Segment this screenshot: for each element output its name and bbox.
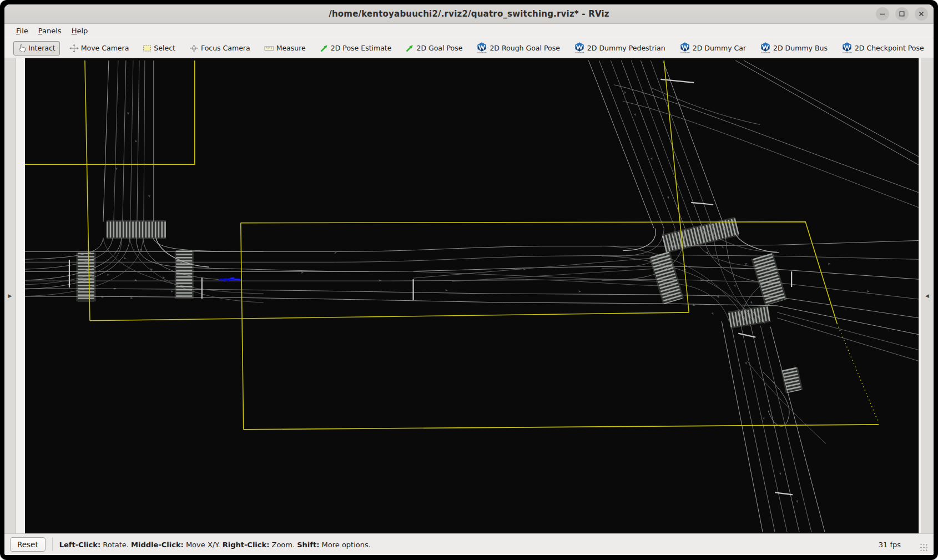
- hand-icon: [18, 44, 26, 53]
- toolbar: InteractMove CameraSelectFocus CameraMea…: [4, 38, 934, 58]
- titlebar[interactable]: /home/kentoyabuuchi2/.rviz2/quatro_switc…: [4, 4, 934, 24]
- rviz-window: /home/kentoyabuuchi2/.rviz2/quatro_switc…: [0, 0, 938, 560]
- expand-left-icon[interactable]: ◀: [921, 294, 934, 299]
- tool-move-camera[interactable]: Move Camera: [65, 41, 134, 56]
- close-icon: [919, 11, 924, 17]
- tool-measure[interactable]: Measure: [260, 41, 310, 55]
- autoware-icon: Autoware: [679, 42, 690, 54]
- mouse-hints: Left-Click: Rotate. Middle-Click: Move X…: [59, 541, 879, 549]
- autoware-icon: Autoware: [841, 42, 853, 54]
- tool-2d-dummy-bus[interactable]: Autoware2D Dummy Bus: [755, 39, 832, 57]
- selected-lane-marker: [219, 278, 242, 281]
- tool-2d-pose-estimate[interactable]: 2D Pose Estimate: [315, 41, 396, 56]
- autoware-icon: Autoware: [476, 42, 487, 54]
- left-panel-expander[interactable]: ▶: [4, 58, 16, 533]
- tool-label: Focus Camera: [201, 44, 250, 52]
- crosswalks: [86, 226, 794, 392]
- ruler-icon: [264, 44, 274, 52]
- tool-label: 2D Pose Estimate: [331, 44, 392, 52]
- svg-text:Autoware: Autoware: [680, 52, 690, 54]
- menubar: FilePanelsHelp: [4, 24, 934, 38]
- maximize-icon: [899, 11, 905, 17]
- reset-button[interactable]: Reset: [10, 537, 46, 552]
- svg-text:Autoware: Autoware: [842, 52, 852, 54]
- tool-interact[interactable]: Interact: [13, 41, 60, 56]
- green-arrow-icon: [405, 44, 414, 53]
- tool-label: 2D Checkpoint Pose: [855, 44, 924, 52]
- menu-item-file[interactable]: File: [11, 26, 33, 36]
- tool-label: Measure: [276, 44, 306, 52]
- left-panel-gap: [16, 58, 25, 533]
- tool-label: Move Camera: [81, 44, 129, 52]
- map-canvas[interactable]: [25, 58, 919, 533]
- select-box-icon: [143, 44, 152, 52]
- tool-label: 2D Rough Goal Pose: [490, 44, 559, 52]
- autoware-icon: Autoware: [574, 42, 585, 54]
- svg-text:Autoware: Autoware: [761, 52, 771, 54]
- autoware-icon: Autoware: [760, 42, 771, 54]
- fps-counter: 31 fps: [879, 541, 901, 549]
- statusbar: Reset Left-Click: Rotate. Middle-Click: …: [4, 533, 934, 555]
- svg-text:Autoware: Autoware: [574, 52, 584, 54]
- minimize-button[interactable]: [876, 7, 889, 21]
- tool-label: 2D Dummy Car: [693, 44, 746, 52]
- tool-label: Select: [154, 44, 175, 52]
- toolbar-tools: InteractMove CameraSelectFocus CameraMea…: [13, 39, 934, 57]
- tool-2d-dummy-pedestrian[interactable]: Autoware2D Dummy Pedestrian: [569, 39, 670, 57]
- move-icon: [69, 44, 79, 53]
- tool-label: 2D Dummy Pedestrian: [587, 44, 665, 52]
- render-viewport[interactable]: [25, 58, 919, 533]
- statusbar-divider: [52, 538, 53, 551]
- tool-focus-camera[interactable]: Focus Camera: [185, 41, 255, 56]
- tool-label: 2D Goal Pose: [416, 44, 462, 52]
- main-area: ▶ ◀: [4, 58, 934, 533]
- window-frame: /home/kentoyabuuchi2/.rviz2/quatro_switc…: [4, 4, 934, 555]
- menu-item-help[interactable]: Help: [67, 26, 93, 36]
- tool-2d-dummy-car[interactable]: Autoware2D Dummy Car: [675, 39, 750, 57]
- resize-grip-icon[interactable]: [920, 543, 928, 552]
- tool-2d-checkpoint-pose[interactable]: Autoware2D Checkpoint Pose: [837, 39, 929, 57]
- tool-select[interactable]: Select: [138, 41, 180, 55]
- maximize-button[interactable]: [895, 7, 909, 21]
- minimize-icon: [880, 11, 885, 17]
- tool-2d-rough-goal-pose[interactable]: Autoware2D Rough Goal Pose: [472, 39, 564, 57]
- window-title: /home/kentoyabuuchi2/.rviz2/quatro_switc…: [329, 9, 609, 19]
- lane-arrows: [90, 90, 870, 503]
- close-button[interactable]: [915, 7, 928, 21]
- right-panel-expander[interactable]: ◀: [921, 58, 934, 533]
- expand-right-icon[interactable]: ▶: [4, 294, 16, 299]
- tool-label: Interact: [28, 44, 56, 52]
- window-controls: [876, 7, 928, 21]
- menu-item-panels[interactable]: Panels: [33, 26, 67, 36]
- green-arrow-icon: [320, 44, 329, 53]
- svg-text:Autoware: Autoware: [477, 52, 487, 54]
- tool-label: 2D Dummy Bus: [773, 44, 828, 52]
- tool-2d-goal-pose[interactable]: 2D Goal Pose: [401, 41, 467, 56]
- focus-icon: [189, 44, 199, 53]
